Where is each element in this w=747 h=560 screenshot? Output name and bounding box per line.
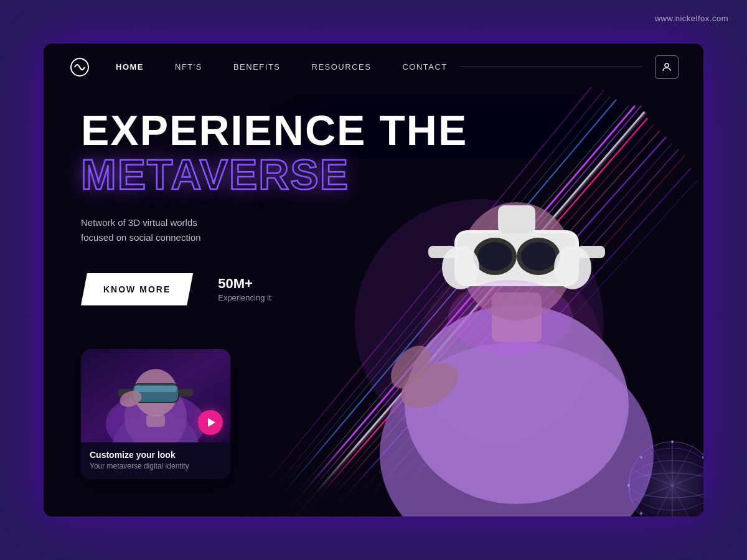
svg-rect-52 [146, 414, 165, 427]
svg-point-66 [640, 456, 642, 459]
know-more-button[interactable]: KNOW MORE [81, 273, 193, 306]
nav-link-contact[interactable]: CONTACT [402, 62, 447, 72]
profile-button[interactable] [655, 55, 679, 79]
svg-point-64 [627, 484, 630, 487]
svg-rect-50 [178, 389, 193, 396]
video-thumbnail [81, 349, 230, 442]
nav-link-resources[interactable]: RESOURCES [312, 62, 372, 72]
stat-block: 50M+ Experiencing it [218, 276, 271, 302]
watermark: www.nickelfox.com [655, 14, 728, 23]
nav-link-benefits[interactable]: BENEFITS [233, 62, 281, 72]
svg-point-62 [671, 441, 674, 443]
video-card-info: Customize your look Your metaverse digit… [81, 442, 230, 479]
video-card: Customize your look Your metaverse digit… [81, 349, 230, 479]
globe-decoration [622, 436, 703, 516]
nav-links: HOME NFT'S BENEFITS RESOURCES CONTACT [116, 62, 448, 72]
hero-actions: KNOW MORE 50M+ Experiencing it [81, 273, 666, 306]
stat-number: 50M+ [218, 276, 271, 292]
navbar: HOME NFT'S BENEFITS RESOURCES CONTACT [44, 44, 703, 90]
svg-rect-48 [134, 386, 177, 392]
svg-point-53 [629, 442, 703, 516]
hero-title-line2: METAVERSE [81, 151, 666, 198]
nav-link-nfts[interactable]: NFT'S [175, 62, 202, 72]
nav-link-home[interactable]: HOME [116, 62, 144, 72]
stat-label: Experiencing it [218, 293, 271, 302]
browser-window: HOME NFT'S BENEFITS RESOURCES CONTACT EX… [44, 44, 703, 516]
svg-point-40 [665, 63, 669, 67]
nav-divider [460, 67, 642, 67]
hero-subtitle: Network of 3D virtual worlds focused on … [81, 215, 255, 245]
hero-title-line1: EXPERIENCE THE [81, 109, 666, 151]
video-card-title: Customize your look [90, 450, 222, 460]
svg-point-68 [640, 512, 642, 515]
video-card-subtitle: Your metaverse digital identity [90, 462, 222, 470]
hero-section: EXPERIENCE THE METAVERSE Network of 3D v… [44, 90, 703, 324]
logo[interactable] [68, 56, 91, 78]
play-button[interactable] [198, 410, 223, 435]
